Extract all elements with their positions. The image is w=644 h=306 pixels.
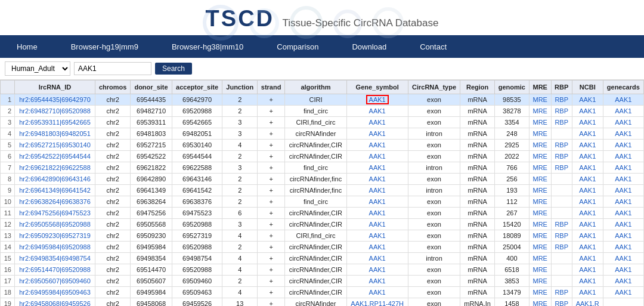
- gene-symbol[interactable]: AAK1: [346, 276, 408, 287]
- genecards[interactable]: AAK1: [603, 106, 643, 117]
- genecards[interactable]: AAK1: [603, 230, 643, 242]
- gene-symbol[interactable]: AAK1: [346, 230, 408, 242]
- gene-symbol[interactable]: AAK1: [346, 117, 408, 128]
- mre[interactable]: MRE: [529, 151, 551, 162]
- ncbi[interactable]: AAK1: [572, 162, 603, 174]
- mre[interactable]: MRE: [529, 208, 551, 219]
- genecards[interactable]: AAK1: [603, 242, 643, 253]
- genecards[interactable]: AAK1: [603, 185, 643, 196]
- circrna-id[interactable]: hr2:69475256|69475523: [15, 208, 95, 219]
- nav-download[interactable]: Download: [335, 35, 403, 58]
- genecards[interactable]: AAK1: [603, 94, 643, 106]
- gene-symbol[interactable]: AAK1: [346, 242, 408, 253]
- nav-browser-hg19[interactable]: Browser-hg19|mm9: [54, 35, 155, 58]
- nav-browser-hg38[interactable]: Browser-hg38|mm10: [155, 35, 260, 58]
- table-row[interactable]: 19hr2:69458068|69459526chr26945806869459…: [1, 298, 644, 307]
- gene-symbol[interactable]: AAK1: [346, 185, 408, 196]
- table-row[interactable]: 2hr2:69482710|69520988chr269482710695209…: [1, 106, 644, 117]
- mre[interactable]: MRE: [529, 162, 551, 174]
- rbp[interactable]: RBP: [551, 242, 572, 253]
- table-row[interactable]: 16hr2:69514470|69520988chr26951447069520…: [1, 264, 644, 276]
- mre[interactable]: MRE: [529, 140, 551, 151]
- circrna-id[interactable]: hr2:69495984|69520988: [15, 242, 95, 253]
- gene-symbol[interactable]: AAK1: [346, 106, 408, 117]
- ncbi[interactable]: AAK1: [572, 174, 603, 185]
- table-row[interactable]: 17hr2:69505607|69509460chr26950560769509…: [1, 276, 644, 287]
- mre[interactable]: MRE: [529, 276, 551, 287]
- circrna-id[interactable]: hr2:69539311|69542665: [15, 117, 95, 128]
- mre[interactable]: MRE: [529, 106, 551, 117]
- mre[interactable]: MRE: [529, 287, 551, 298]
- ncbi[interactable]: AAK1: [572, 196, 603, 208]
- genecards[interactable]: AAK1: [603, 264, 643, 276]
- ncbi[interactable]: AAK1: [572, 151, 603, 162]
- nav-home[interactable]: Home: [0, 35, 54, 58]
- ncbi[interactable]: AAK1: [572, 264, 603, 276]
- table-row[interactable]: 11hr2:69475256|69475523chr26947525669475…: [1, 208, 644, 219]
- mre[interactable]: MRE: [529, 117, 551, 128]
- circrna-id[interactable]: hr2:69495984|69509463: [15, 287, 95, 298]
- circrna-id[interactable]: hr2:69621822|69622588: [15, 162, 95, 174]
- ncbi[interactable]: AAK1: [572, 219, 603, 230]
- genecards[interactable]: AAK1: [603, 174, 643, 185]
- rbp[interactable]: RBP: [551, 298, 572, 307]
- nav-comparison[interactable]: Comparison: [260, 35, 335, 58]
- mre[interactable]: MRE: [529, 264, 551, 276]
- table-row[interactable]: 5hr2:69527215|69530140chr269527215695301…: [1, 140, 644, 151]
- mre[interactable]: MRE: [529, 242, 551, 253]
- circrna-id[interactable]: hr2:69527215|69530140: [15, 140, 95, 151]
- gene-symbol[interactable]: AAK1: [346, 128, 408, 140]
- table-row[interactable]: 6hr2:69542522|69544544chr269542522695445…: [1, 151, 644, 162]
- table-row[interactable]: 10hr2:69638264|69638376chr26963826469638…: [1, 196, 644, 208]
- ncbi[interactable]: AAK1,R: [572, 298, 603, 307]
- circrna-id[interactable]: hr2:69542522|69544544: [15, 151, 95, 162]
- rbp[interactable]: RBP: [551, 287, 572, 298]
- mre[interactable]: MRE: [529, 196, 551, 208]
- table-row[interactable]: 7hr2:69621822|69622588chr269621822696225…: [1, 162, 644, 174]
- gene-symbol[interactable]: AAK1: [346, 196, 408, 208]
- circrna-id[interactable]: hr2:69514470|69520988: [15, 264, 95, 276]
- rbp[interactable]: RBP: [551, 106, 572, 117]
- genecards[interactable]: AAK1: [603, 287, 643, 298]
- table-row[interactable]: 18hr2:69495984|69509463chr26949598469509…: [1, 287, 644, 298]
- circrna-id[interactable]: hr2:69544435|69642970: [15, 94, 95, 106]
- rbp[interactable]: RBP: [551, 140, 572, 151]
- genecards[interactable]: [603, 298, 643, 307]
- gene-symbol[interactable]: AAK1: [346, 264, 408, 276]
- gene-symbol[interactable]: AAK1: [346, 151, 408, 162]
- ncbi[interactable]: AAK1: [572, 94, 603, 106]
- circrna-id[interactable]: hr2:69641349|69641542: [15, 185, 95, 196]
- gene-symbol[interactable]: AAK1: [346, 174, 408, 185]
- ncbi[interactable]: AAK1: [572, 253, 603, 264]
- table-row[interactable]: 3hr2:69539311|69542665chr269539311695426…: [1, 117, 644, 128]
- gene-symbol[interactable]: AAK1: [346, 287, 408, 298]
- genecards[interactable]: AAK1: [603, 276, 643, 287]
- table-row[interactable]: 13hr2:69509230|69527319chr26950923069527…: [1, 230, 644, 242]
- mre[interactable]: MRE: [529, 94, 551, 106]
- table-row[interactable]: 1hr2:69544435|69642970chr269544435696429…: [1, 94, 644, 106]
- gene-symbol[interactable]: AAK1: [346, 162, 408, 174]
- circrna-id[interactable]: hr2:69642890|69643146: [15, 174, 95, 185]
- table-row[interactable]: 4hr2:69481803|69482051chr269481803694820…: [1, 128, 644, 140]
- search-button[interactable]: Search: [155, 63, 192, 75]
- nav-contact[interactable]: Contact: [403, 35, 463, 58]
- rbp[interactable]: RBP: [551, 162, 572, 174]
- search-input[interactable]: [74, 62, 151, 75]
- genecards[interactable]: AAK1: [603, 208, 643, 219]
- genecards[interactable]: AAK1: [603, 117, 643, 128]
- gene-symbol[interactable]: AAK1: [346, 253, 408, 264]
- ncbi[interactable]: AAK1: [572, 287, 603, 298]
- mre[interactable]: MRE: [529, 230, 551, 242]
- genecards[interactable]: AAK1: [603, 128, 643, 140]
- table-row[interactable]: 14hr2:69495984|69520988chr26949598469520…: [1, 242, 644, 253]
- genecards[interactable]: AAK1: [603, 151, 643, 162]
- mre[interactable]: MRE: [529, 298, 551, 307]
- gene-symbol[interactable]: AAK1: [346, 219, 408, 230]
- circrna-id[interactable]: hr2:69481803|69482051: [15, 128, 95, 140]
- gene-symbol[interactable]: AAK1,RP11-427H: [346, 298, 408, 307]
- table-row[interactable]: 12hr2:69505568|69520988chr26950556869520…: [1, 219, 644, 230]
- table-row[interactable]: 15hr2:69498354|69498754chr26949835469498…: [1, 253, 644, 264]
- mre[interactable]: MRE: [529, 219, 551, 230]
- gene-symbol[interactable]: AAK1: [346, 94, 408, 106]
- rbp[interactable]: RBP: [551, 219, 572, 230]
